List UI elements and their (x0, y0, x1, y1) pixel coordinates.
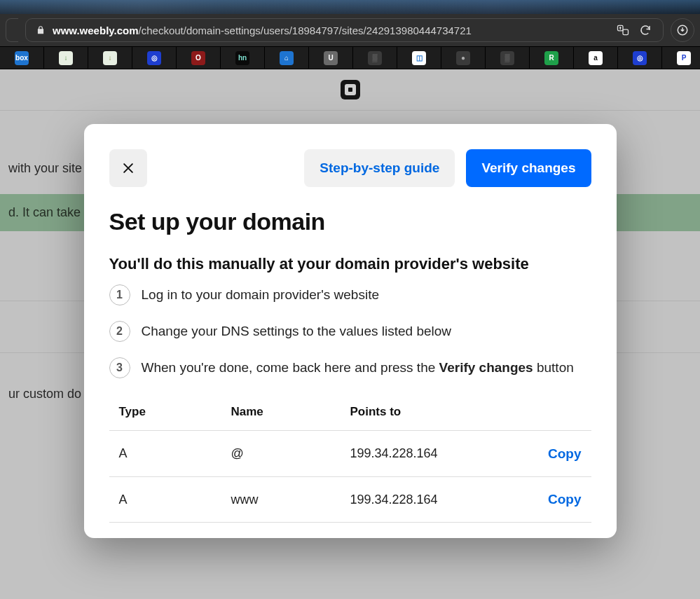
favorite-item[interactable]: O (177, 47, 221, 69)
close-button[interactable] (109, 149, 147, 187)
step-item: 1Log in to your domain provider's websit… (109, 284, 591, 305)
favorite-item[interactable]: ↓ (88, 47, 132, 69)
dns-points: 199.34.228.164 (350, 446, 519, 461)
domain-setup-modal: Step-by-step guide Verify changes Set up… (84, 124, 617, 538)
dns-type: A (119, 493, 231, 507)
reload-icon[interactable] (638, 22, 653, 38)
page-background: with your site d. It can take ur custom … (0, 69, 700, 599)
favorite-item[interactable]: ↓ (44, 47, 88, 69)
col-type: Type (119, 405, 231, 419)
col-name: Name (231, 405, 350, 419)
downloads-button[interactable] (671, 18, 694, 42)
favicon: ◫ (412, 51, 426, 65)
favorite-item[interactable]: ◎ (618, 47, 662, 69)
favorite-item[interactable]: ● (441, 47, 486, 69)
address-bar[interactable]: www.weebly.com/checkout/domain-settings/… (25, 18, 664, 42)
favicon: box (15, 51, 29, 65)
favicon: R (544, 51, 558, 65)
modal-title: Set up your domain (109, 208, 591, 235)
dns-name: @ (231, 446, 350, 461)
favicon: ⌂ (280, 51, 294, 65)
favicon: ◎ (633, 51, 647, 65)
dns-record-row: Awww199.34.228.164Copy (109, 476, 591, 523)
step-number: 3 (109, 357, 130, 378)
favicon: O (191, 51, 205, 65)
dns-name: www (231, 493, 350, 507)
favicon: hn (235, 51, 249, 65)
favicon: U (324, 51, 338, 65)
browser-chrome: www.weebly.com/checkout/domain-settings/… (0, 0, 700, 69)
step-text: Log in to your domain provider's website (142, 287, 379, 303)
favorite-item[interactable]: ▒ (486, 47, 530, 69)
step-text: Change your DNS settings to the values l… (142, 324, 452, 339)
window-titlebar (0, 0, 700, 14)
dns-record-row: A@199.34.228.164Copy (109, 430, 591, 476)
favicon: ▒ (500, 51, 514, 65)
favicon: ◎ (147, 51, 161, 65)
favorite-item[interactable]: R (530, 47, 574, 69)
steps-list: 1Log in to your domain provider's websit… (109, 284, 591, 378)
close-icon (121, 161, 135, 175)
step-by-step-guide-button[interactable]: Step-by-step guide (304, 149, 455, 187)
step-number: 1 (109, 284, 130, 305)
col-points-to: Points to (350, 405, 519, 419)
dns-points: 199.34.228.164 (350, 493, 519, 507)
lock-icon (36, 25, 46, 35)
favorite-item[interactable]: ◫ (397, 47, 441, 69)
favicon: ↓ (59, 51, 73, 65)
favorite-item[interactable]: ◎ (132, 47, 177, 69)
verify-changes-button[interactable]: Verify changes (466, 149, 591, 187)
copy-button[interactable]: Copy (519, 492, 582, 507)
dns-table: Type Name Points to A@199.34.228.164Copy… (109, 405, 591, 523)
sidebar-toggle[interactable] (6, 18, 18, 42)
svg-rect-1 (623, 29, 629, 34)
step-text: When you're done, come back here and pre… (142, 360, 574, 376)
copy-button[interactable]: Copy (519, 446, 582, 462)
favicon: ▒ (368, 51, 382, 65)
modal-subtitle: You'll do this manually at your domain p… (109, 255, 591, 273)
favicon: ↓ (103, 51, 117, 65)
favicon: a (589, 51, 603, 65)
favorite-item[interactable]: hn (221, 47, 265, 69)
modal-overlay: Step-by-step guide Verify changes Set up… (0, 69, 700, 599)
favorite-item[interactable]: box (0, 47, 44, 69)
step-item: 2Change your DNS settings to the values … (109, 321, 591, 342)
step-item: 3When you're done, come back here and pr… (109, 357, 591, 378)
favorite-item[interactable]: U (309, 47, 353, 69)
favicon: ● (456, 51, 470, 65)
favicon: P (677, 51, 691, 65)
translate-icon[interactable] (615, 22, 631, 38)
dns-type: A (119, 446, 231, 461)
address-bar-row: www.weebly.com/checkout/domain-settings/… (0, 14, 700, 46)
favorites-bar: box↓↓◎Ohn⌂U▒◫●▒Ra◎P (0, 46, 700, 69)
favorite-item[interactable]: P (662, 47, 700, 69)
dns-table-header: Type Name Points to (109, 405, 591, 430)
step-number: 2 (109, 321, 130, 342)
favorite-item[interactable]: a (574, 47, 618, 69)
url-text: www.weebly.com/checkout/domain-settings/… (53, 25, 472, 36)
modal-header: Step-by-step guide Verify changes (109, 149, 591, 187)
favorite-item[interactable]: ▒ (353, 47, 397, 69)
favorite-item[interactable]: ⌂ (265, 47, 309, 69)
